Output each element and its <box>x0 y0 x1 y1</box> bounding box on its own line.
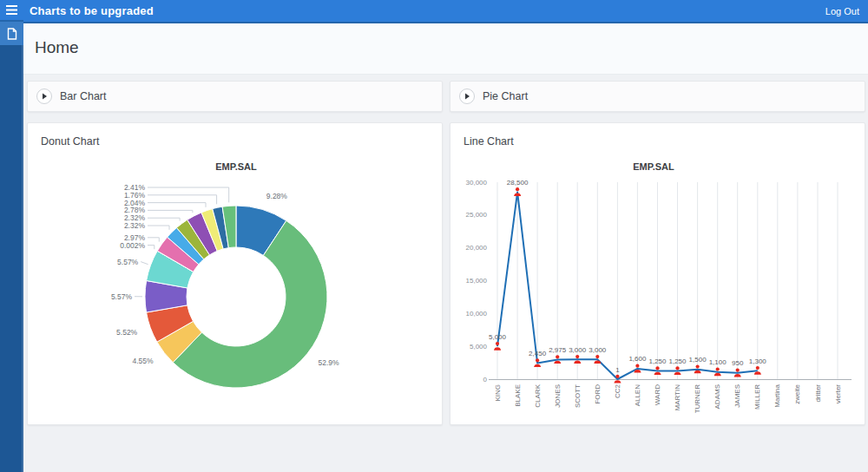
svg-text:9.28%: 9.28% <box>266 192 288 200</box>
svg-text:JONES: JONES <box>553 384 561 408</box>
expand-pie-chart-button[interactable] <box>459 88 475 104</box>
svg-text:MARTIN: MARTIN <box>674 384 681 411</box>
svg-text:25,000: 25,000 <box>465 211 487 219</box>
svg-text:30,000: 30,000 <box>465 179 487 187</box>
svg-text:Martina: Martina <box>773 384 781 407</box>
page-icon <box>7 28 17 40</box>
line-chart: EMP.SAL05,00010,00015,00020,00025,00030,… <box>454 154 862 414</box>
app-window: Charts to be upgraded Log Out Home Bar C… <box>0 0 868 472</box>
page-title: Home <box>23 23 868 57</box>
svg-text:52.9%: 52.9% <box>319 358 340 367</box>
pie-chart-panel[interactable]: Pie Chart <box>450 81 865 112</box>
svg-text:TURNER: TURNER <box>694 384 701 414</box>
svg-text:zweite: zweite <box>793 384 801 403</box>
svg-text:5,000: 5,000 <box>469 343 487 351</box>
svg-text:3,000: 3,000 <box>569 346 587 354</box>
svg-text:1,100: 1,100 <box>708 358 727 366</box>
top-bar: Charts to be upgraded Log Out <box>23 0 868 23</box>
svg-text:vierter: vierter <box>833 384 841 404</box>
svg-text:ADAMS: ADAMS <box>713 384 721 409</box>
svg-text:2.32%: 2.32% <box>124 221 146 230</box>
svg-text:1,250: 1,250 <box>648 357 667 365</box>
svg-text:EMP.SAL: EMP.SAL <box>215 161 257 172</box>
svg-text:1: 1 <box>615 366 620 374</box>
svg-text:3,000: 3,000 <box>589 346 607 354</box>
svg-text:WARD: WARD <box>654 384 661 405</box>
svg-text:5.57%: 5.57% <box>117 258 139 266</box>
logout-link[interactable]: Log Out <box>825 6 859 16</box>
svg-text:28,500: 28,500 <box>506 179 528 187</box>
svg-text:1,500: 1,500 <box>688 356 707 364</box>
content-area: Bar Chart Pie Chart Donut Chart EMP.SAL9… <box>23 75 868 472</box>
svg-text:950: 950 <box>732 359 744 367</box>
panel-title-pie-chart: Pie Chart <box>483 90 528 102</box>
sidebar-item-home-page[interactable] <box>0 22 23 45</box>
svg-text:EMP.SAL: EMP.SAL <box>633 161 674 172</box>
svg-text:15,000: 15,000 <box>465 277 487 285</box>
page-title-band: Home <box>23 23 868 75</box>
svg-text:ALLEN: ALLEN <box>633 384 641 407</box>
svg-text:1,250: 1,250 <box>668 357 687 365</box>
svg-text:CLARK: CLARK <box>533 384 541 407</box>
svg-text:20,000: 20,000 <box>465 244 487 252</box>
svg-text:2,975: 2,975 <box>549 346 567 354</box>
panel-title-line-chart: Line Chart <box>464 135 514 148</box>
svg-text:1,600: 1,600 <box>628 355 647 363</box>
panel-title-bar-chart: Bar Chart <box>60 90 107 102</box>
panel-title-donut-chart: Donut Chart <box>41 135 99 148</box>
svg-text:dritter: dritter <box>813 384 821 403</box>
expand-arrow-icon <box>464 93 470 100</box>
app-title: Charts to be upgraded <box>30 4 154 17</box>
bar-chart-panel[interactable]: Bar Chart <box>27 81 443 112</box>
svg-text:KING: KING <box>493 384 501 402</box>
svg-text:BLAKE: BLAKE <box>513 384 521 407</box>
expand-arrow-icon <box>41 93 48 100</box>
svg-text:MILLER: MILLER <box>753 384 761 410</box>
donut-chart-panel: Donut Chart EMP.SAL9.28%52.9%4.55%5.52%5… <box>27 122 443 425</box>
line-chart-panel: Line Chart EMP.SAL05,00010,00015,00020,0… <box>450 122 865 425</box>
sidebar <box>0 0 23 472</box>
svg-text:10,000: 10,000 <box>465 310 487 318</box>
svg-text:SCOTT: SCOTT <box>573 384 581 408</box>
svg-text:JAMES: JAMES <box>733 384 741 408</box>
svg-text:CC2: CC2 <box>613 384 621 398</box>
svg-text:5.52%: 5.52% <box>116 328 138 337</box>
menu-button[interactable] <box>0 0 23 22</box>
svg-text:FORD: FORD <box>593 384 601 404</box>
panel-grid: Bar Chart Pie Chart Donut Chart EMP.SAL9… <box>27 81 865 425</box>
svg-text:0.002%: 0.002% <box>120 241 145 250</box>
svg-text:4.55%: 4.55% <box>132 357 154 365</box>
donut-chart: EMP.SAL9.28%52.9%4.55%5.52%5.57%5.57%2.4… <box>28 154 443 414</box>
donut-panel-header: Donut Chart <box>28 123 442 148</box>
svg-text:2,450: 2,450 <box>529 350 547 357</box>
menu-icon <box>6 5 17 15</box>
main-column: Charts to be upgraded Log Out Home Bar C… <box>23 0 868 472</box>
svg-text:5,000: 5,000 <box>488 333 506 341</box>
svg-text:1,300: 1,300 <box>748 357 766 365</box>
line-panel-header: Line Chart <box>450 123 865 148</box>
svg-text:5.57%: 5.57% <box>111 292 133 301</box>
expand-bar-chart-button[interactable] <box>36 88 52 104</box>
svg-text:0: 0 <box>483 376 487 384</box>
